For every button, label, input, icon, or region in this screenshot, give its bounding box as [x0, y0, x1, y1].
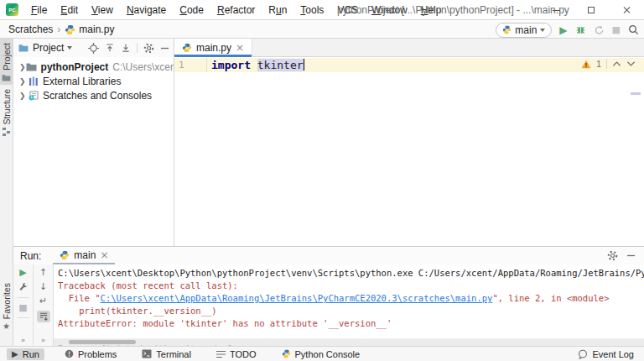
left-tool-stripe: Project Structure Favorites ★	[0, 39, 13, 346]
statusbar-python-console-button[interactable]: Python Console	[277, 348, 366, 360]
status-bar: ▶ Run Problems Terminal TODO Python Cons…	[0, 346, 644, 361]
rerun-button[interactable]: ▶	[19, 268, 26, 277]
editor-body[interactable]: 1 import tkinter 1	[174, 57, 644, 245]
expand-chevron-icon[interactable]: ❯	[19, 63, 26, 71]
menu-navigate[interactable]: Navigate	[120, 4, 173, 16]
warning-icon	[581, 60, 591, 69]
libraries-icon	[29, 76, 39, 86]
stripe-button-structure[interactable]: Structure	[0, 85, 13, 140]
python-icon	[502, 25, 512, 34]
run-panel-label: Run:	[20, 250, 41, 262]
up-stack-trace-button[interactable]: ↑	[39, 268, 47, 277]
tab-close-icon[interactable]: ×	[236, 43, 244, 53]
settings-gear-button[interactable]	[143, 43, 154, 54]
tree-item-external-libraries[interactable]: ❯ External Libraries	[13, 74, 174, 88]
tree-item-path: C:\Users\xcent\Deskto	[112, 61, 174, 73]
console-file-line: File "C:\Users\xcent\AppData\Roaming\Jet…	[58, 292, 644, 305]
collapse-all-button[interactable]	[121, 43, 131, 53]
project-panel-header: Project	[13, 39, 174, 57]
scroll-to-end-button[interactable]	[37, 311, 50, 322]
title-bar: PC File Edit View Navigate Code Refactor…	[0, 0, 644, 20]
project-view-icon	[18, 44, 29, 52]
locate-file-button[interactable]	[88, 43, 99, 54]
settings-gear-button[interactable]	[607, 250, 618, 261]
menu-code[interactable]: Code	[173, 4, 210, 16]
prev-warning-icon[interactable]	[612, 60, 621, 67]
stripe-button-favorites[interactable]: Favorites ★	[0, 279, 13, 334]
statusbar-terminal-button[interactable]: Terminal	[137, 348, 196, 360]
breadcrumb-scratches[interactable]: Scratches	[8, 24, 53, 35]
scrollbar-warning-mark	[631, 92, 641, 95]
statusbar-todo-button[interactable]: TODO	[211, 348, 262, 360]
statusbar-event-log-button[interactable]: Event Log	[578, 349, 634, 359]
stop-button[interactable]: ■	[18, 303, 27, 312]
more-actions-icon[interactable]: »	[21, 337, 26, 344]
maximize-button[interactable]	[574, 0, 609, 20]
statusbar-run-button[interactable]: ▶ Run	[7, 348, 44, 360]
chevron-down-icon[interactable]	[67, 46, 72, 50]
python-icon	[282, 349, 291, 358]
menu-tools[interactable]: Tools	[293, 4, 330, 16]
window-controls	[538, 0, 644, 20]
project-tool-window: Project	[13, 39, 174, 246]
hide-panel-button[interactable]	[160, 44, 169, 53]
scrollbar-thumb[interactable]	[69, 340, 136, 344]
run-with-coverage-button[interactable]	[594, 24, 605, 35]
todo-icon	[216, 350, 226, 358]
console-options-toolbar: ↑ ↓ ↵ »	[34, 264, 54, 346]
tree-item-python-project[interactable]: ❯ pythonProject C:\Users\xcent\Deskto	[13, 60, 174, 74]
console-command-line: C:\Users\xcent\Desktop\Python\pythonProj…	[58, 267, 644, 280]
project-view-selector[interactable]: Project	[33, 42, 64, 54]
project-tree: ❯ pythonProject C:\Users\xcent\Deskto ❯ …	[13, 57, 174, 102]
run-button[interactable]: ▶	[559, 25, 567, 35]
edit-configuration-button[interactable]	[18, 282, 29, 292]
statusbar-problems-button[interactable]: Problems	[60, 348, 122, 360]
breadcrumb-separator-icon: ›	[57, 24, 60, 35]
more-options-icon[interactable]: »	[41, 337, 46, 344]
menu-edit[interactable]: Edit	[54, 4, 85, 16]
console-code-line: print(tkinter.__version__)	[58, 305, 644, 317]
stack-trace-link[interactable]: C:\Users\xcent\AppData\Roaming\JetBrains…	[101, 293, 493, 303]
code-line-1[interactable]: import tkinter	[211, 59, 304, 71]
soft-wrap-button[interactable]: ↵	[39, 296, 47, 306]
folder-icon	[2, 74, 11, 81]
debug-button[interactable]	[575, 24, 586, 35]
close-button[interactable]	[609, 0, 644, 20]
menu-refactor[interactable]: Refactor	[210, 4, 262, 16]
run-console[interactable]: C:\Users\xcent\Desktop\Python\pythonProj…	[54, 264, 644, 346]
editor-tab-main-py[interactable]: main.py ×	[174, 39, 252, 56]
console-traceback-header: Traceback (most recent call last):	[58, 280, 644, 292]
run-configuration-select[interactable]: main	[496, 23, 552, 38]
console-horizontal-scrollbar[interactable]	[54, 338, 644, 346]
menu-view[interactable]: View	[85, 4, 120, 16]
tab-label: main.py	[196, 42, 231, 54]
down-stack-trace-button[interactable]: ↓	[39, 282, 47, 291]
run-tab-main[interactable]: main ×	[53, 247, 115, 264]
expand-chevron-icon[interactable]: ❯	[19, 92, 29, 100]
stripe-project-label: Project	[2, 43, 12, 71]
pycharm-logo-icon: PC	[6, 3, 18, 16]
tab-close-icon[interactable]: ×	[100, 250, 108, 260]
tree-item-name: pythonProject	[41, 61, 109, 73]
next-warning-icon[interactable]	[626, 60, 636, 67]
inspections-widget[interactable]: 1	[581, 59, 636, 69]
code-identifier: tkinter	[257, 59, 304, 71]
close-icon	[622, 6, 631, 14]
minimize-button[interactable]	[538, 0, 574, 20]
expand-chevron-icon[interactable]: ❯	[19, 77, 29, 86]
python-icon	[60, 250, 70, 260]
menu-run[interactable]: Run	[262, 4, 293, 16]
scratches-icon	[29, 91, 39, 101]
maximize-icon	[588, 7, 595, 13]
tree-item-scratches[interactable]: ❯ Scratches and Consoles	[13, 88, 174, 102]
run-panel-header: Run: main ×	[13, 247, 644, 264]
menu-file[interactable]: File	[24, 4, 54, 16]
search-everywhere-button[interactable]	[628, 24, 639, 35]
expand-all-button[interactable]	[105, 43, 115, 53]
console-error-line: AttributeError: module 'tkinter' has no …	[58, 317, 644, 330]
breadcrumb-file[interactable]: main.py	[79, 24, 114, 35]
navigation-bar: Scratches › main.py main ▶ ■	[0, 21, 644, 39]
stripe-button-project[interactable]: Project	[0, 39, 13, 85]
stop-button[interactable]: ■	[612, 25, 621, 34]
hide-panel-button[interactable]	[626, 251, 636, 260]
